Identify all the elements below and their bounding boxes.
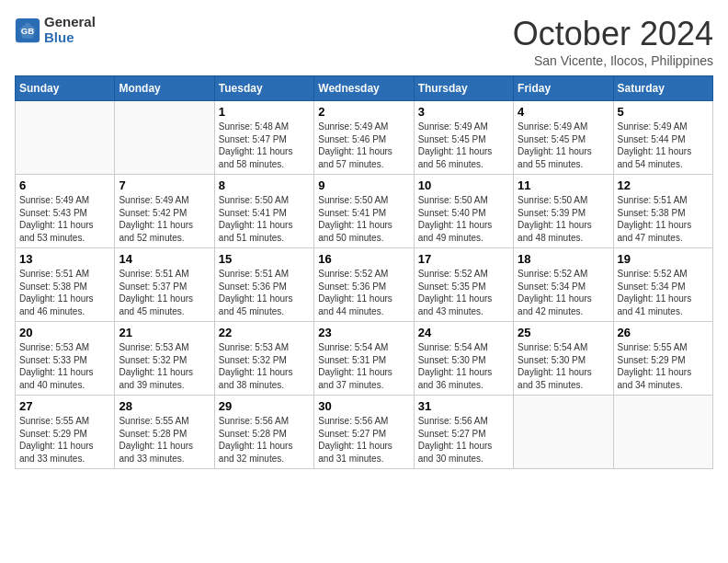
calendar-cell (115, 101, 214, 175)
calendar-cell: 16Sunrise: 5:52 AM Sunset: 5:36 PM Dayli… (314, 248, 414, 322)
calendar-weekday-monday: Monday (115, 76, 214, 101)
calendar-cell: 29Sunrise: 5:56 AM Sunset: 5:28 PM Dayli… (214, 396, 313, 469)
calendar-cell: 5Sunrise: 5:49 AM Sunset: 5:44 PM Daylig… (613, 101, 712, 175)
calendar-cell: 6Sunrise: 5:49 AM Sunset: 5:43 PM Daylig… (16, 175, 115, 248)
day-info: Sunrise: 5:55 AM Sunset: 5:29 PM Dayligh… (618, 341, 709, 391)
day-info: Sunrise: 5:52 AM Sunset: 5:34 PM Dayligh… (518, 268, 609, 317)
calendar-cell: 3Sunrise: 5:49 AM Sunset: 5:45 PM Daylig… (414, 101, 513, 175)
calendar-cell: 12Sunrise: 5:51 AM Sunset: 5:38 PM Dayli… (613, 175, 712, 248)
calendar-cell: 30Sunrise: 5:56 AM Sunset: 5:27 PM Dayli… (314, 396, 414, 469)
day-number: 27 (19, 399, 110, 413)
day-number: 24 (418, 326, 509, 339)
logo-general: General (44, 15, 96, 30)
day-number: 1 (219, 105, 310, 119)
logo-icon: GB (15, 17, 40, 43)
day-info: Sunrise: 5:51 AM Sunset: 5:36 PM Dayligh… (219, 268, 310, 317)
calendar-weekday-sunday: Sunday (16, 76, 115, 101)
calendar-cell: 19Sunrise: 5:52 AM Sunset: 5:34 PM Dayli… (613, 248, 712, 322)
calendar-cell: 21Sunrise: 5:53 AM Sunset: 5:32 PM Dayli… (115, 322, 214, 396)
day-number: 11 (518, 178, 609, 192)
calendar-cell: 22Sunrise: 5:53 AM Sunset: 5:32 PM Dayli… (214, 322, 313, 396)
day-info: Sunrise: 5:53 AM Sunset: 5:32 PM Dayligh… (119, 341, 210, 391)
day-info: Sunrise: 5:51 AM Sunset: 5:37 PM Dayligh… (119, 268, 210, 317)
calendar-cell: 14Sunrise: 5:51 AM Sunset: 5:37 PM Dayli… (115, 248, 214, 322)
day-info: Sunrise: 5:50 AM Sunset: 5:41 PM Dayligh… (318, 194, 409, 244)
day-info: Sunrise: 5:53 AM Sunset: 5:33 PM Dayligh… (19, 341, 110, 391)
day-info: Sunrise: 5:54 AM Sunset: 5:30 PM Dayligh… (418, 341, 509, 391)
calendar-weekday-tuesday: Tuesday (214, 76, 313, 101)
day-info: Sunrise: 5:49 AM Sunset: 5:42 PM Dayligh… (119, 194, 210, 244)
day-info: Sunrise: 5:48 AM Sunset: 5:47 PM Dayligh… (219, 121, 310, 170)
location-subtitle: San Vicente, Ilocos, Philippines (513, 53, 713, 68)
day-number: 18 (518, 252, 609, 266)
calendar-cell (16, 101, 115, 175)
calendar-cell: 8Sunrise: 5:50 AM Sunset: 5:41 PM Daylig… (214, 175, 313, 248)
day-number: 28 (119, 399, 210, 413)
calendar-cell: 24Sunrise: 5:54 AM Sunset: 5:30 PM Dayli… (414, 322, 513, 396)
day-number: 16 (318, 252, 409, 266)
calendar-week-row: 6Sunrise: 5:49 AM Sunset: 5:43 PM Daylig… (16, 175, 713, 248)
calendar-cell: 10Sunrise: 5:50 AM Sunset: 5:40 PM Dayli… (414, 175, 513, 248)
day-info: Sunrise: 5:49 AM Sunset: 5:43 PM Dayligh… (19, 194, 110, 244)
day-info: Sunrise: 5:52 AM Sunset: 5:34 PM Dayligh… (618, 268, 709, 317)
svg-text:GB: GB (21, 25, 34, 35)
day-number: 6 (19, 178, 110, 192)
day-number: 10 (418, 178, 509, 192)
calendar-cell: 23Sunrise: 5:54 AM Sunset: 5:31 PM Dayli… (314, 322, 414, 396)
calendar-header-row: SundayMondayTuesdayWednesdayThursdayFrid… (16, 76, 713, 101)
day-number: 19 (618, 252, 709, 266)
calendar-cell: 18Sunrise: 5:52 AM Sunset: 5:34 PM Dayli… (514, 248, 613, 322)
day-number: 26 (618, 326, 709, 339)
calendar-cell: 25Sunrise: 5:54 AM Sunset: 5:30 PM Dayli… (514, 322, 613, 396)
day-info: Sunrise: 5:50 AM Sunset: 5:39 PM Dayligh… (518, 194, 609, 244)
logo: GB General Blue (15, 15, 96, 45)
calendar-cell: 9Sunrise: 5:50 AM Sunset: 5:41 PM Daylig… (314, 175, 414, 248)
day-info: Sunrise: 5:49 AM Sunset: 5:46 PM Dayligh… (318, 121, 409, 170)
calendar-cell (514, 396, 613, 469)
day-info: Sunrise: 5:49 AM Sunset: 5:45 PM Dayligh… (418, 121, 509, 170)
calendar-weekday-thursday: Thursday (414, 76, 513, 101)
day-number: 25 (518, 326, 609, 339)
day-info: Sunrise: 5:55 AM Sunset: 5:28 PM Dayligh… (119, 415, 210, 465)
day-number: 23 (318, 326, 409, 339)
day-info: Sunrise: 5:52 AM Sunset: 5:35 PM Dayligh… (418, 268, 509, 317)
day-info: Sunrise: 5:50 AM Sunset: 5:40 PM Dayligh… (418, 194, 509, 244)
calendar-cell: 1Sunrise: 5:48 AM Sunset: 5:47 PM Daylig… (214, 101, 313, 175)
calendar-cell: 7Sunrise: 5:49 AM Sunset: 5:42 PM Daylig… (115, 175, 214, 248)
calendar-cell: 15Sunrise: 5:51 AM Sunset: 5:36 PM Dayli… (214, 248, 313, 322)
day-number: 4 (518, 105, 609, 119)
day-number: 5 (618, 105, 709, 119)
day-info: Sunrise: 5:50 AM Sunset: 5:41 PM Dayligh… (219, 194, 310, 244)
calendar-week-row: 1Sunrise: 5:48 AM Sunset: 5:47 PM Daylig… (16, 101, 713, 175)
day-number: 15 (219, 252, 310, 266)
calendar-weekday-friday: Friday (514, 76, 613, 101)
calendar-cell: 17Sunrise: 5:52 AM Sunset: 5:35 PM Dayli… (414, 248, 513, 322)
day-number: 2 (318, 105, 409, 119)
calendar-table: SundayMondayTuesdayWednesdayThursdayFrid… (15, 75, 713, 469)
day-number: 14 (119, 252, 210, 266)
calendar-week-row: 27Sunrise: 5:55 AM Sunset: 5:29 PM Dayli… (16, 396, 713, 469)
day-info: Sunrise: 5:56 AM Sunset: 5:28 PM Dayligh… (219, 415, 310, 465)
day-info: Sunrise: 5:55 AM Sunset: 5:29 PM Dayligh… (19, 415, 110, 465)
day-info: Sunrise: 5:51 AM Sunset: 5:38 PM Dayligh… (19, 268, 110, 317)
calendar-cell: 20Sunrise: 5:53 AM Sunset: 5:33 PM Dayli… (16, 322, 115, 396)
calendar-cell: 13Sunrise: 5:51 AM Sunset: 5:38 PM Dayli… (16, 248, 115, 322)
day-number: 9 (318, 178, 409, 192)
day-number: 22 (219, 326, 310, 339)
calendar-week-row: 20Sunrise: 5:53 AM Sunset: 5:33 PM Dayli… (16, 322, 713, 396)
calendar-weekday-wednesday: Wednesday (314, 76, 414, 101)
calendar-cell: 26Sunrise: 5:55 AM Sunset: 5:29 PM Dayli… (613, 322, 712, 396)
calendar-cell: 31Sunrise: 5:56 AM Sunset: 5:27 PM Dayli… (414, 396, 513, 469)
day-number: 31 (418, 399, 509, 413)
day-number: 13 (19, 252, 110, 266)
day-number: 17 (418, 252, 509, 266)
calendar-cell: 2Sunrise: 5:49 AM Sunset: 5:46 PM Daylig… (314, 101, 414, 175)
day-info: Sunrise: 5:54 AM Sunset: 5:31 PM Dayligh… (318, 341, 409, 391)
day-number: 29 (219, 399, 310, 413)
day-number: 7 (119, 178, 210, 192)
day-info: Sunrise: 5:54 AM Sunset: 5:30 PM Dayligh… (518, 341, 609, 391)
day-info: Sunrise: 5:49 AM Sunset: 5:45 PM Dayligh… (518, 121, 609, 170)
calendar-cell: 4Sunrise: 5:49 AM Sunset: 5:45 PM Daylig… (514, 101, 613, 175)
day-number: 8 (219, 178, 310, 192)
day-number: 30 (318, 399, 409, 413)
